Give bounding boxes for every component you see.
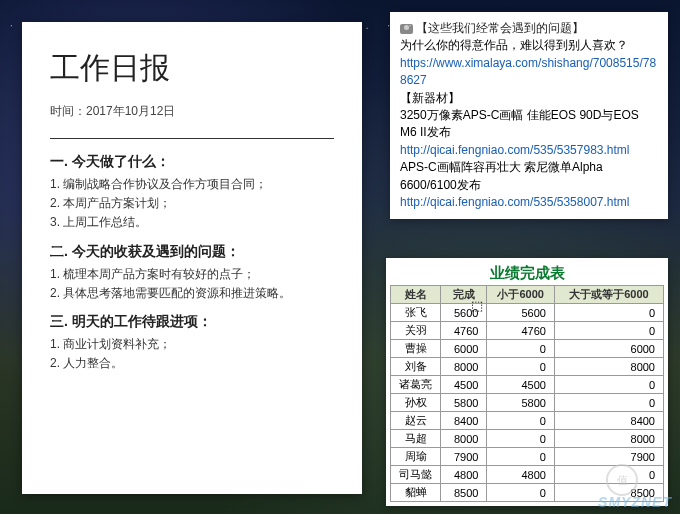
work-report-card: 工作日报 时间：2017年10月12日 一. 今天做了什么：1. 编制战略合作协… [22,22,362,494]
report-title: 工作日报 [50,48,334,89]
table-row[interactable]: 马超800008000 [391,430,664,448]
table-cell[interactable]: 8000 [441,430,487,448]
table-cell[interactable]: 曹操 [391,340,441,358]
sheet-title: 业绩完成表 [390,262,664,285]
note-section-2: 【新器材】 [400,90,658,107]
table-cell[interactable]: 诸葛亮 [391,376,441,394]
table-cell[interactable]: 8400 [554,412,663,430]
table-cell[interactable]: 5600 [487,304,554,322]
table-cell[interactable]: 0 [487,448,554,466]
table-cell[interactable]: 周瑜 [391,448,441,466]
table-cell[interactable]: 8000 [441,358,487,376]
note-link-3[interactable]: http://qicai.fengniao.com/535/5358007.ht… [400,195,630,209]
table-row[interactable]: 刘备800008000 [391,358,664,376]
table-cell[interactable]: 4500 [487,376,554,394]
section-line: 1. 梳理本周产品方案时有较好的点子； [50,265,334,284]
section-line: 2. 人力整合。 [50,354,334,373]
section-line: 3. 上周工作总结。 [50,213,334,232]
table-cell[interactable]: 张飞 [391,304,441,322]
report-date: 时间：2017年10月12日 [50,103,334,120]
table-row[interactable]: 关羽476047600 [391,322,664,340]
table-row[interactable]: 曹操600006000 [391,340,664,358]
value-badge-icon: 值 [606,464,638,496]
table-cell[interactable]: 5800 [487,394,554,412]
table-cell[interactable]: 4500 [441,376,487,394]
section-title: 二. 今天的收获及遇到的问题： [50,243,334,261]
watermark: SMYZNET [598,494,672,510]
table-header: 姓名 [391,286,441,304]
note-link-1[interactable]: https://www.ximalaya.com/shishang/700851… [400,56,656,87]
table-row[interactable]: 孙权580058000 [391,394,664,412]
note-card: 【这些我们经常会遇到的问题】 为什么你的得意作品，难以得到别人喜欢？ https… [390,12,668,219]
table-cell[interactable]: 6000 [441,340,487,358]
table-cell[interactable]: 6000 [554,340,663,358]
report-section: 二. 今天的收获及遇到的问题：1. 梳理本周产品方案时有较好的点子；2. 具体思… [50,243,334,303]
section-line: 1. 商业计划资料补充； [50,335,334,354]
note-link-2[interactable]: http://qicai.fengniao.com/535/5357983.ht… [400,143,630,157]
section-line: 2. 本周产品方案计划； [50,194,334,213]
section-title: 三. 明天的工作待跟进项： [50,313,334,331]
table-cell[interactable]: 0 [554,322,663,340]
table-cell[interactable]: 赵云 [391,412,441,430]
table-row[interactable]: 赵云840008400 [391,412,664,430]
table-header: 小于6000 [487,286,554,304]
table-cell[interactable]: 8400 [441,412,487,430]
table-cell[interactable]: 刘备 [391,358,441,376]
table-cell[interactable]: 0 [487,340,554,358]
table-cell[interactable]: 0 [554,376,663,394]
table-cell[interactable]: 7900 [554,448,663,466]
table-row[interactable]: 诸葛亮450045000 [391,376,664,394]
table-cell[interactable]: 0 [487,430,554,448]
table-cell[interactable]: 孙权 [391,394,441,412]
table-cell[interactable]: 8000 [554,358,663,376]
table-cell[interactable]: 0 [487,412,554,430]
table-cell[interactable]: 0 [487,358,554,376]
note-header: 【这些我们经常会遇到的问题】 [400,20,658,37]
table-cell[interactable]: 司马懿 [391,466,441,484]
divider [50,138,334,139]
note-p3: APS-C画幅阵容再壮大 索尼微单Alpha 6600/6100发布 [400,159,658,194]
note-p2: 3250万像素APS-C画幅 佳能EOS 90D与EOS M6 II发布 [400,107,658,142]
camera-icon [400,24,413,34]
table-cell[interactable]: 马超 [391,430,441,448]
table-cell[interactable]: 4800 [487,466,554,484]
section-title: 一. 今天做了什么： [50,153,334,171]
table-cell[interactable]: 8500 [441,484,487,502]
table-cell[interactable]: 4760 [487,322,554,340]
note-question: 为什么你的得意作品，难以得到别人喜欢？ [400,37,658,54]
table-row[interactable]: 张飞560056000 [391,304,664,322]
section-line: 2. 具体思考落地需要匹配的资源和推进策略。 [50,284,334,303]
table-header: 大于或等于6000 [554,286,663,304]
table-cell[interactable]: 关羽 [391,322,441,340]
table-cell[interactable]: 4800 [441,466,487,484]
table-cell[interactable]: 5800 [441,394,487,412]
table-row[interactable]: 周瑜790007900 [391,448,664,466]
table-cell[interactable]: 0 [554,304,663,322]
cursor-icon: ⬚ [471,298,483,313]
table-cell[interactable]: 7900 [441,448,487,466]
table-cell[interactable]: 0 [487,484,554,502]
table-cell[interactable]: 0 [554,394,663,412]
report-section: 三. 明天的工作待跟进项：1. 商业计划资料补充；2. 人力整合。 [50,313,334,373]
report-section: 一. 今天做了什么：1. 编制战略合作协议及合作方项目合同；2. 本周产品方案计… [50,153,334,233]
table-cell[interactable]: 4760 [441,322,487,340]
table-cell[interactable]: 8000 [554,430,663,448]
table-cell[interactable]: 貂蝉 [391,484,441,502]
section-line: 1. 编制战略合作协议及合作方项目合同； [50,175,334,194]
